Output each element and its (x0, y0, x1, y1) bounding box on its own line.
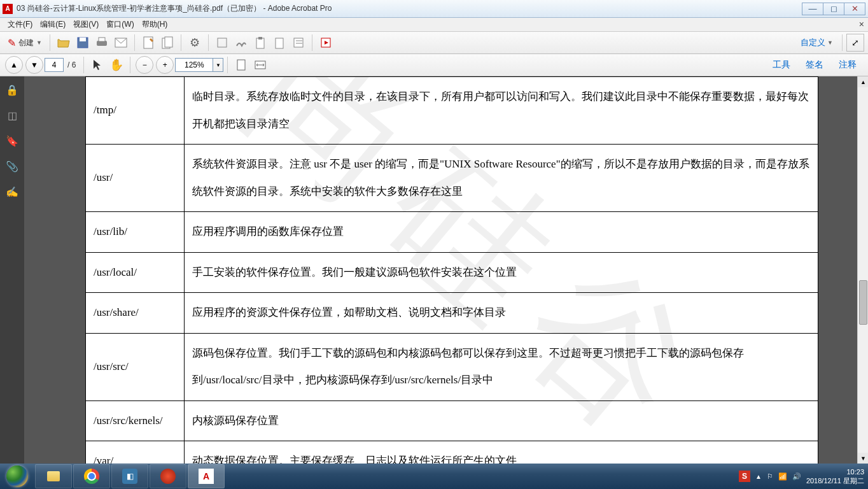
expand-icon: ⤢ (851, 38, 859, 48)
tray-up-icon[interactable]: ▲ (755, 473, 762, 480)
menu-edit[interactable]: 编辑(E) (36, 18, 69, 31)
volume-icon[interactable]: 🔊 (792, 472, 801, 481)
taskbar-item-explorer[interactable] (35, 464, 72, 488)
thumbnails-icon[interactable]: ◫ (5, 108, 19, 122)
security-icon[interactable]: 🔒 (5, 83, 19, 97)
path-cell: /usr/ (86, 145, 185, 212)
zoom-out-button[interactable]: − (136, 56, 153, 74)
nav-sidebar: 🔒 ◫ 🔖 📎 ✍ (0, 76, 24, 464)
path-cell: /var/ (86, 441, 185, 464)
attach-button[interactable] (271, 34, 288, 51)
maximize-button[interactable]: ◻ (823, 3, 844, 15)
create-button[interactable]: ✎ 创建 ▼ (4, 34, 46, 52)
zoom-in-button[interactable]: + (156, 56, 174, 74)
network-icon[interactable]: 📶 (778, 472, 787, 481)
table-row: /var/动态数据保存位置。主要保存缓存、日志以及软件运行所产生的文件 (86, 441, 818, 464)
sign-panel-button[interactable]: 签名 (806, 59, 823, 71)
svg-rect-9 (256, 38, 264, 48)
windows-taskbar: ◧ A S ▲ ⚐ 📶 🔊 10:23 2018/12/11 星期二 (0, 464, 868, 489)
stamp-button[interactable] (214, 34, 230, 51)
sign-button[interactable] (233, 34, 249, 51)
windows-orb-icon (6, 465, 28, 487)
taskbar-item-app[interactable] (150, 464, 186, 488)
open-button[interactable] (55, 34, 72, 51)
settings-button[interactable]: ⚙ (186, 34, 203, 51)
plus-icon: + (163, 60, 167, 69)
tools-panel-button[interactable]: 工具 (773, 59, 790, 71)
pdf-page: 尚硅谷 /tmp/临时目录。系统存放临时文件的目录，在该目录下，所有用户都可以访… (85, 76, 818, 464)
taskbar-item-vmware[interactable]: ◧ (111, 464, 148, 488)
print-button[interactable] (94, 34, 110, 51)
clipboard-button[interactable] (252, 34, 269, 51)
close-button[interactable]: ✕ (844, 3, 865, 15)
path-cell: /usr/src/ (86, 333, 185, 400)
separator (312, 34, 312, 51)
window-titlebar: A 03 尚硅谷-云计算-Linux系统管理-初学者注意事项_尚硅谷.pdf（已… (0, 0, 868, 18)
toolbar-main: ✎ 创建 ▼ ⚙ 自定义 ▼ ⤢ (0, 32, 868, 54)
taskbar-item-chrome[interactable] (73, 464, 110, 488)
zoom-input[interactable] (175, 58, 213, 72)
scroll-down-button[interactable]: ▼ (858, 453, 868, 464)
zoom-dropdown-button[interactable]: ▼ (213, 58, 223, 72)
start-button[interactable] (0, 464, 34, 489)
table-row: /usr/share/应用程序的资源文件保存位置，如帮助文档、说明文档和字体目录 (86, 293, 818, 334)
document-viewport[interactable]: 尚硅谷 /tmp/临时目录。系统存放临时文件的目录，在该目录下，所有用户都可以访… (24, 76, 868, 464)
select-tool-button[interactable] (89, 57, 106, 73)
desc-cell: 系统软件资源目录。注意 usr 不是 user 的缩写，而是"UNIX Soft… (185, 145, 818, 212)
hand-tool-button[interactable]: ✋ (108, 57, 125, 73)
menubar-close-icon[interactable]: × (859, 19, 864, 29)
dropdown-arrow-icon: ▼ (827, 39, 833, 46)
email-button[interactable] (113, 34, 129, 51)
fit-width-button[interactable] (252, 57, 269, 73)
table-row: /usr/src/kernels/内核源码保存位置 (86, 400, 818, 441)
expand-button[interactable]: ⤢ (846, 34, 864, 52)
page-number-input[interactable] (45, 58, 64, 72)
scrollbar-thumb[interactable] (859, 280, 867, 325)
edit-doc-button[interactable] (140, 34, 157, 51)
multimedia-button[interactable] (318, 34, 334, 51)
scroll-up-button[interactable]: ▲ (858, 76, 868, 87)
ime-icon[interactable]: S (739, 471, 750, 482)
menu-help[interactable]: 帮助(H) (138, 18, 172, 31)
separator (208, 34, 209, 51)
menu-file[interactable]: 文件(F) (4, 18, 36, 31)
page-down-button[interactable]: ▼ (25, 56, 43, 74)
menu-bar: 文件(F) 编辑(E) 视图(V) 窗口(W) 帮助(H) × (0, 18, 868, 32)
desc-cell: 内核源码保存位置 (185, 400, 818, 441)
separator (50, 34, 50, 51)
comment-panel-button[interactable]: 注释 (839, 59, 857, 71)
path-cell: /usr/local/ (86, 252, 185, 293)
page-total-label: / 6 (67, 60, 76, 69)
svg-rect-10 (258, 37, 262, 39)
menu-view[interactable]: 视图(V) (69, 18, 102, 31)
window-controls: — ◻ ✕ (802, 3, 865, 15)
time-label: 10:23 (806, 467, 864, 476)
desc-cell: 源码包保存位置。我们手工下载的源码包和内核源码包都可以保存到这里。不过超哥更习惯… (185, 333, 818, 400)
clock[interactable]: 10:23 2018/12/11 星期二 (806, 467, 864, 486)
bookmarks-icon[interactable]: 🔖 (5, 134, 19, 148)
desc-cell: 应用程序的资源文件保存位置，如帮助文档、说明文档和字体目录 (185, 293, 818, 334)
separator (130, 57, 130, 73)
system-tray: S ▲ ⚐ 📶 🔊 10:23 2018/12/11 星期二 (735, 467, 868, 486)
window-title: 03 尚硅谷-云计算-Linux系统管理-初学者注意事项_尚硅谷.pdf（已加密… (17, 3, 802, 14)
content-table: /tmp/临时目录。系统存放临时文件的目录，在该目录下，所有用户都可以访问和写入… (85, 76, 818, 464)
vertical-scrollbar[interactable]: ▲ ▼ (857, 76, 868, 464)
page-up-button[interactable]: ▲ (5, 56, 23, 74)
attachments-icon[interactable]: 📎 (5, 159, 19, 173)
fit-page-button[interactable] (233, 57, 249, 73)
form-button[interactable] (290, 34, 307, 51)
minimize-button[interactable]: — (802, 3, 823, 15)
arrow-up-icon: ▲ (10, 60, 18, 69)
taskbar-item-acrobat[interactable]: A (188, 464, 225, 488)
path-cell: /usr/share/ (86, 293, 185, 334)
table-row: /tmp/临时目录。系统存放临时文件的目录，在该目录下，所有用户都可以访问和写入… (86, 77, 818, 145)
chevron-down-icon: ▼ (216, 62, 221, 68)
menu-window[interactable]: 窗口(W) (102, 18, 137, 31)
pages-button[interactable] (159, 34, 176, 51)
customize-button[interactable]: 自定义 ▼ (801, 37, 833, 48)
pdf-app-icon: A (3, 4, 13, 14)
svg-rect-8 (218, 38, 227, 47)
flag-icon[interactable]: ⚐ (767, 472, 773, 481)
save-button[interactable] (74, 34, 91, 51)
signatures-icon[interactable]: ✍ (5, 185, 19, 199)
